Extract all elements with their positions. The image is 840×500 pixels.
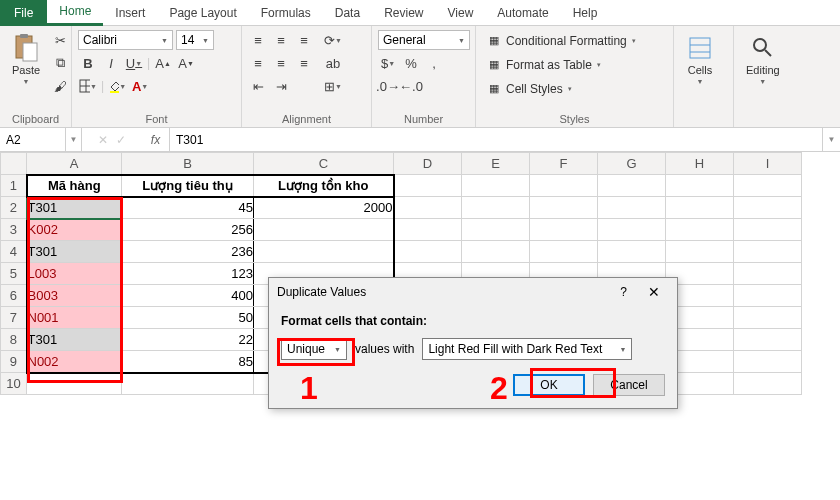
dialog-condition-select[interactable]: Unique▼ <box>281 338 347 360</box>
paste-button[interactable]: Paste ▼ <box>6 30 46 89</box>
decrease-indent-button[interactable]: ⇤ <box>248 76 268 96</box>
cell[interactable] <box>598 219 666 241</box>
cell-A8[interactable]: T301 <box>27 329 122 351</box>
cell-A4[interactable]: T301 <box>27 241 122 263</box>
cell-C4[interactable] <box>254 241 394 263</box>
orientation-button[interactable]: ⟳▼ <box>318 30 348 50</box>
cell-C1[interactable]: Lượng tồn kho <box>254 175 394 197</box>
fill-color-button[interactable]: ▼ <box>107 76 127 96</box>
cell[interactable] <box>462 241 530 263</box>
insert-function-button[interactable]: fx <box>142 128 170 151</box>
cell-B4[interactable]: 236 <box>122 241 254 263</box>
number-format-select[interactable]: General▼ <box>378 30 470 50</box>
cell-A2[interactable]: T301 <box>27 197 122 219</box>
formula-bar-expand[interactable]: ▼ <box>822 128 840 151</box>
cell[interactable] <box>462 219 530 241</box>
cell[interactable] <box>530 241 598 263</box>
format-as-table-button[interactable]: ▦Format as Table▾ <box>482 54 607 75</box>
tab-page-layout[interactable]: Page Layout <box>157 0 248 26</box>
cell[interactable] <box>530 197 598 219</box>
tab-help[interactable]: Help <box>561 0 610 26</box>
merge-button[interactable]: ⊞▼ <box>318 76 348 96</box>
tab-home[interactable]: Home <box>47 0 103 26</box>
col-header-H[interactable]: H <box>666 153 734 175</box>
col-header-I[interactable]: I <box>734 153 802 175</box>
row-header-4[interactable]: 4 <box>1 241 27 263</box>
name-box[interactable] <box>0 128 66 151</box>
font-size-select[interactable]: 14▼ <box>176 30 214 50</box>
underline-button[interactable]: U▼ <box>124 53 144 73</box>
format-painter-button[interactable]: 🖌 <box>50 76 70 96</box>
cell[interactable] <box>734 175 802 197</box>
dialog-close-button[interactable]: ✕ <box>639 280 669 304</box>
name-box-input[interactable] <box>6 133 59 147</box>
conditional-formatting-button[interactable]: ▦Conditional Formatting▾ <box>482 30 642 51</box>
cell-A5[interactable]: L003 <box>27 263 122 285</box>
col-header-F[interactable]: F <box>530 153 598 175</box>
row-header-7[interactable]: 7 <box>1 307 27 329</box>
cell[interactable] <box>598 175 666 197</box>
font-name-select[interactable]: Calibri▼ <box>78 30 173 50</box>
tab-view[interactable]: View <box>436 0 486 26</box>
name-box-dropdown[interactable]: ▼ <box>66 128 82 151</box>
currency-button[interactable]: $▼ <box>378 53 398 73</box>
copy-button[interactable]: ⧉ <box>50 53 70 73</box>
cell-B3[interactable]: 256 <box>122 219 254 241</box>
cell-B6[interactable]: 400 <box>122 285 254 307</box>
cell[interactable] <box>394 175 462 197</box>
tab-automate[interactable]: Automate <box>485 0 560 26</box>
cell[interactable] <box>598 241 666 263</box>
font-color-button[interactable]: A▼ <box>130 76 150 96</box>
cell[interactable] <box>734 285 802 307</box>
row-header-3[interactable]: 3 <box>1 219 27 241</box>
align-bottom-button[interactable]: ≡ <box>294 30 314 50</box>
cell[interactable] <box>394 219 462 241</box>
cell[interactable] <box>394 197 462 219</box>
cell-A6[interactable]: B003 <box>27 285 122 307</box>
row-header-2[interactable]: 2 <box>1 197 27 219</box>
percent-button[interactable]: % <box>401 53 421 73</box>
cell[interactable] <box>27 373 122 395</box>
increase-font-button[interactable]: A▲ <box>153 53 173 73</box>
tab-formulas[interactable]: Formulas <box>249 0 323 26</box>
col-header-E[interactable]: E <box>462 153 530 175</box>
cell-C3[interactable] <box>254 219 394 241</box>
dialog-format-select[interactable]: Light Red Fill with Dark Red Text▼ <box>422 338 632 360</box>
cell[interactable] <box>734 263 802 285</box>
row-header-5[interactable]: 5 <box>1 263 27 285</box>
cell[interactable] <box>734 219 802 241</box>
tab-review[interactable]: Review <box>372 0 435 26</box>
increase-decimal-button[interactable]: .0→ <box>378 76 398 96</box>
cell[interactable] <box>530 219 598 241</box>
decrease-font-button[interactable]: A▼ <box>176 53 196 73</box>
col-header-B[interactable]: B <box>122 153 254 175</box>
align-left-button[interactable]: ≡ <box>248 53 268 73</box>
align-right-button[interactable]: ≡ <box>294 53 314 73</box>
cells-button[interactable]: Cells ▼ <box>680 30 720 89</box>
col-header-G[interactable]: G <box>598 153 666 175</box>
borders-button[interactable]: ▼ <box>78 76 98 96</box>
comma-button[interactable]: , <box>424 53 444 73</box>
align-top-button[interactable]: ≡ <box>248 30 268 50</box>
increase-indent-button[interactable]: ⇥ <box>271 76 291 96</box>
cell[interactable] <box>666 175 734 197</box>
cell[interactable] <box>666 219 734 241</box>
cell[interactable] <box>394 241 462 263</box>
cell[interactable] <box>734 373 802 395</box>
cell-C2[interactable]: 2000 <box>254 197 394 219</box>
cell[interactable] <box>734 197 802 219</box>
cell-B7[interactable]: 50 <box>122 307 254 329</box>
cell-styles-button[interactable]: ▦Cell Styles▾ <box>482 78 578 99</box>
file-tab[interactable]: File <box>0 0 47 26</box>
cell[interactable] <box>734 351 802 373</box>
cut-button[interactable]: ✂ <box>50 30 70 50</box>
align-middle-button[interactable]: ≡ <box>271 30 291 50</box>
row-header-8[interactable]: 8 <box>1 329 27 351</box>
cell[interactable] <box>122 373 254 395</box>
dialog-cancel-button[interactable]: Cancel <box>593 374 665 396</box>
cell[interactable] <box>666 197 734 219</box>
dialog-titlebar[interactable]: Duplicate Values ? ✕ <box>269 278 677 306</box>
col-header-A[interactable]: A <box>27 153 122 175</box>
italic-button[interactable]: I <box>101 53 121 73</box>
bold-button[interactable]: B <box>78 53 98 73</box>
